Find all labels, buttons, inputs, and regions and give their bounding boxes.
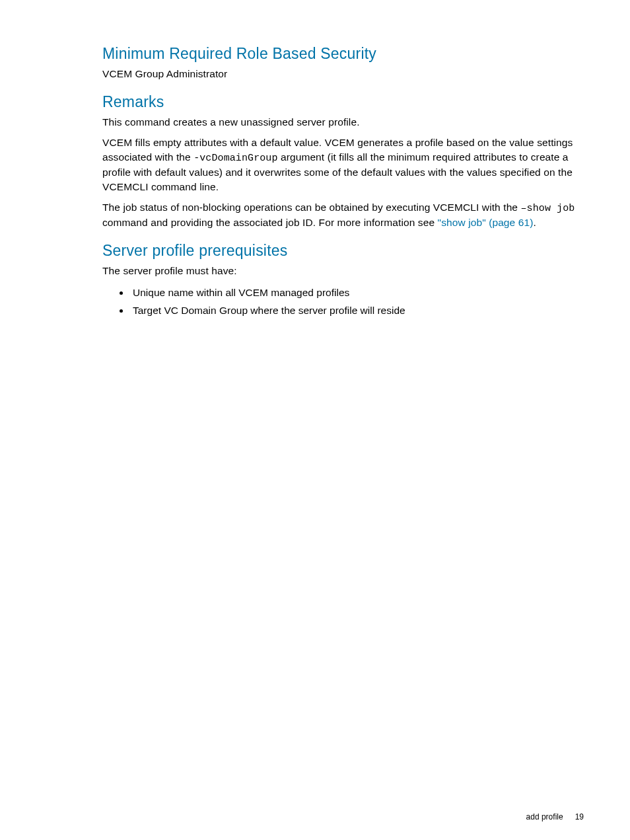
text-security-role: VCEM Group Administrator xyxy=(102,67,584,81)
remarks-paragraph-3: The job status of non-blocking operation… xyxy=(102,200,584,230)
list-item: Target VC Domain Group where the server … xyxy=(130,303,584,318)
remarks-paragraph-1: This command creates a new unassigned se… xyxy=(102,115,584,130)
link-show-job[interactable]: "show job" (page 61) xyxy=(438,217,534,228)
footer-page-number: 19 xyxy=(575,812,584,821)
text-fragment: . xyxy=(533,217,536,228)
remarks-paragraph-2: VCEM fills empty attributes with a defau… xyxy=(102,135,584,194)
page-footer: add profile19 xyxy=(526,812,584,821)
list-item: Unique name within all VCEM managed prof… xyxy=(130,285,584,300)
prerequisites-list: Unique name within all VCEM managed prof… xyxy=(102,285,584,319)
text-fragment: The job status of non-blocking operation… xyxy=(102,202,520,213)
prerequisites-intro: The server profile must have: xyxy=(102,264,584,278)
heading-security: Minimum Required Role Based Security xyxy=(102,45,584,63)
code-show-job: –show job xyxy=(520,203,575,214)
footer-section-label: add profile xyxy=(526,812,563,821)
page-content: Minimum Required Role Based Security VCE… xyxy=(0,0,630,318)
heading-prerequisites: Server profile prerequisites xyxy=(102,242,584,260)
heading-remarks: Remarks xyxy=(102,93,584,111)
text-fragment: command and providing the associated job… xyxy=(102,217,438,228)
code-vcdomaingroup: -vcDomainGroup xyxy=(193,153,277,164)
